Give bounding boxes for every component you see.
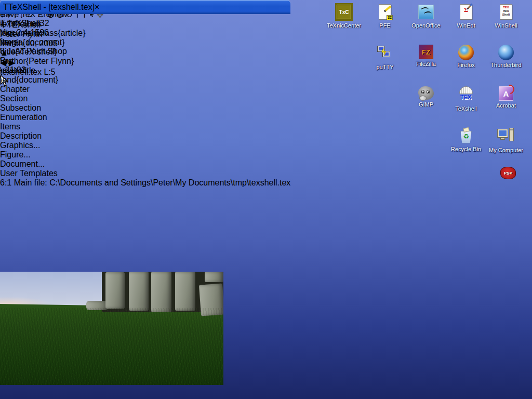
stone — [129, 272, 149, 311]
code-editor[interactable]: \documentclass{article} \begin{document}… — [0, 29, 290, 85]
desktop-icon-label[interactable]: WinEdt — [446, 22, 486, 29]
menu-item-user-templates[interactable]: User Templates — [0, 169, 290, 178]
texniccenter-icon[interactable]: TxC — [335, 3, 353, 21]
editor-line: \end{document} — [0, 75, 290, 85]
menu-item-items[interactable]: Items — [0, 122, 290, 131]
acrobat-icon[interactable]: A — [499, 86, 513, 101]
tab-texshell-tex[interactable]: texshell.tex — [0, 19, 42, 28]
filezilla-icon[interactable]: FZ — [419, 45, 433, 59]
desktop-icon-label[interactable]: WinShell — [486, 22, 526, 29]
menu-item-chapter[interactable]: Chapter — [0, 85, 290, 94]
paint-shop-pro-icon[interactable]: PSP — [500, 167, 516, 179]
menu-item-figure[interactable]: Figure... — [0, 150, 290, 159]
wallpaper-stonehenge — [0, 272, 223, 385]
desktop-icon-label[interactable]: Thunderbird — [486, 62, 526, 68]
editor-line: \documentclass{article} — [0, 29, 290, 38]
desktop-icon-label[interactable]: TeXnicCenter — [324, 22, 364, 29]
editor-line: \title{\TeX shell} — [0, 47, 290, 57]
editor-line: \maketitle — [0, 66, 290, 75]
stone — [175, 272, 195, 311]
texshell-app-icon: T — [3, 3, 8, 12]
gimp-icon[interactable] — [418, 86, 434, 100]
thunderbird-icon[interactable] — [498, 45, 514, 60]
desktop-icon-label[interactable]: OpenOffice — [406, 22, 446, 29]
desktop-icon-label[interactable]: My Computer — [486, 147, 526, 153]
menu-item-section[interactable]: Section — [0, 94, 290, 103]
winshell-icon[interactable]: TEXWinShell — [497, 3, 515, 21]
grass-texture — [0, 308, 223, 385]
status-main-file: Main file: C:\Documents and Settings\Pet… — [14, 178, 291, 187]
desktop-icon-label[interactable]: Recycle Bin — [446, 146, 486, 152]
menu-item-description[interactable]: Description — [0, 131, 290, 141]
status-cursor-position: 6:1 — [0, 178, 11, 187]
desktop-icon-label[interactable]: FileZilla — [406, 61, 446, 67]
stone — [151, 272, 171, 312]
desktop: TxC TeXnicCenter 32 PFE OpenOffice Σ Win… — [0, 0, 532, 399]
menu-item-subsection[interactable]: Subsection — [0, 103, 290, 113]
close-button[interactable]: × — [95, 3, 99, 11]
menu-item-document[interactable]: Document... — [0, 159, 290, 169]
my-computer-icon[interactable] — [497, 128, 515, 145]
stone — [205, 272, 223, 282]
texshell-statusbar: 6:1 Main file: C:\Documents and Settings… — [0, 178, 290, 188]
recycle-bin-icon[interactable]: ♻ — [459, 128, 473, 144]
desktop-icon-label[interactable]: Acrobat — [486, 102, 526, 109]
pfe-icon[interactable]: 32 — [376, 3, 394, 21]
texshell-window: T TeXShell - [texshell.tex] × T File Edi… — [0, 0, 290, 188]
desktop-icon-label[interactable]: TeXshell — [446, 105, 486, 112]
desktop-icon-label[interactable]: Firefox — [446, 62, 486, 68]
texshell-titlebar[interactable]: T TeXShell - [texshell.tex] × — [0, 0, 290, 14]
texshell-window-title: TeXShell - [texshell.tex] — [8, 3, 95, 12]
menu-item-graphics[interactable]: Graphics... — [0, 141, 290, 150]
stone — [105, 272, 125, 309]
desktop-icon-label[interactable]: PFE — [365, 22, 405, 29]
texshell-icon[interactable]: TEX — [457, 86, 475, 104]
firefox-icon[interactable] — [458, 45, 474, 60]
desktop-icon-label[interactable]: GIMP — [406, 101, 446, 108]
editor-tabbar: texshell.tex — [0, 19, 290, 29]
templates-menu: Chapter Section Subsection Enumeration I… — [0, 85, 290, 178]
desktop-icon-label[interactable]: puTTY — [365, 64, 405, 70]
editor-line: \author{Peter Flynn} — [0, 57, 290, 66]
openoffice-icon[interactable] — [417, 3, 435, 21]
putty-icon[interactable]: ϟ — [376, 45, 394, 62]
menu-item-enumeration[interactable]: Enumeration — [0, 113, 290, 122]
editor-line: \begin{document} — [0, 38, 290, 47]
winedt-icon[interactable]: Σ — [457, 3, 475, 21]
